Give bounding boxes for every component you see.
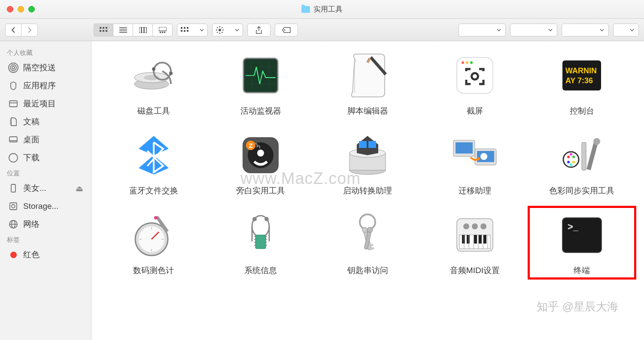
svg-text:>_: >_ xyxy=(568,221,579,232)
dropdown-1[interactable] xyxy=(459,24,506,36)
action-button[interactable] xyxy=(212,24,243,36)
sidebar-item-globe[interactable]: 网络 xyxy=(0,215,91,233)
app-activity[interactable]: 活动监视器 xyxy=(211,50,310,117)
sidebar-item-label: 文稿 xyxy=(23,116,39,127)
svg-rect-1 xyxy=(103,27,104,29)
svg-point-42 xyxy=(12,205,15,208)
svg-point-50 xyxy=(152,67,155,71)
app-script[interactable]: 脚本编辑器 xyxy=(319,50,417,117)
svg-point-112 xyxy=(252,217,257,221)
svg-point-22 xyxy=(219,29,221,31)
nav-buttons xyxy=(5,24,38,36)
list-view-button[interactable] xyxy=(113,24,133,36)
app-grid: 磁盘工具活动监视器脚本编辑器截屏WARNINAY 7:36控制台蓝牙文件交换Z旁… xyxy=(91,41,644,340)
svg-rect-118 xyxy=(371,247,374,250)
svg-rect-103 xyxy=(255,235,266,249)
svg-point-99 xyxy=(154,216,158,220)
zoom-button[interactable] xyxy=(28,6,35,12)
back-button[interactable] xyxy=(5,24,21,36)
recent-icon xyxy=(8,98,19,109)
svg-rect-15 xyxy=(164,32,165,33)
voiceover-icon: Z xyxy=(235,129,286,181)
svg-rect-5 xyxy=(106,30,107,32)
svg-rect-9 xyxy=(139,27,141,33)
svg-rect-0 xyxy=(100,27,101,29)
app-bootcamp[interactable]: 启动转换助理 xyxy=(319,129,417,196)
window-title: 实用工具 xyxy=(301,4,343,14)
close-button[interactable] xyxy=(7,6,13,12)
svg-point-86 xyxy=(567,161,570,163)
app-keychain[interactable]: 钥匙串访问 xyxy=(319,209,417,276)
svg-point-84 xyxy=(567,156,570,158)
svg-point-92 xyxy=(593,138,600,145)
svg-rect-123 xyxy=(462,235,465,244)
svg-point-51 xyxy=(169,72,173,75)
keychain-icon xyxy=(342,209,393,261)
app-midi[interactable]: 音频MIDI设置 xyxy=(425,209,524,276)
svg-point-60 xyxy=(462,61,464,64)
svg-rect-12 xyxy=(159,27,167,31)
svg-rect-37 xyxy=(9,137,17,142)
eject-icon[interactable]: ⏏ xyxy=(76,184,83,193)
gallery-view-button[interactable] xyxy=(153,24,173,36)
svg-rect-14 xyxy=(162,32,163,33)
sidebar-item-download[interactable]: 下载 xyxy=(0,149,91,167)
icon-view-button[interactable] xyxy=(94,24,113,36)
svg-point-61 xyxy=(466,61,468,64)
sidebar-item-tag-red[interactable]: 红色 xyxy=(0,246,91,264)
svg-text:AY 7:36: AY 7:36 xyxy=(565,76,593,85)
dropdown-3[interactable] xyxy=(562,24,609,36)
app-voiceover[interactable]: Z旁白实用工具 xyxy=(211,129,310,196)
column-view-button[interactable] xyxy=(133,24,153,36)
sidebar-item-label: 桌面 xyxy=(23,134,39,145)
app-screenshot[interactable]: 截屏 xyxy=(425,50,524,117)
arrange-button[interactable] xyxy=(177,24,208,36)
sidebar-item-label: 下载 xyxy=(23,152,39,163)
app-terminal[interactable]: >_终端 xyxy=(533,209,631,276)
minimize-button[interactable] xyxy=(18,6,24,12)
disk-utility-icon xyxy=(128,50,179,101)
svg-rect-41 xyxy=(10,203,17,210)
dropdown-2[interactable] xyxy=(510,24,557,36)
svg-rect-125 xyxy=(474,235,477,244)
app-sysinfo[interactable]: 系统信息 xyxy=(211,209,310,276)
sidebar-header: 标签 xyxy=(0,233,91,246)
sidebar-item-phone[interactable]: 美女...⏏ xyxy=(0,179,91,197)
app-label: 控制台 xyxy=(570,105,594,117)
app-label: 钥匙串访问 xyxy=(347,265,388,276)
sidebar-item-docs[interactable]: 文稿 xyxy=(0,113,91,131)
forward-button[interactable] xyxy=(21,24,38,36)
bootcamp-icon xyxy=(342,129,393,181)
app-disk-utility[interactable]: 磁盘工具 xyxy=(104,50,203,117)
sidebar-item-airdrop[interactable]: 隔空投送 xyxy=(0,59,91,77)
svg-rect-16 xyxy=(181,27,182,29)
sidebar-item-label: 红色 xyxy=(23,249,39,260)
view-buttons xyxy=(94,24,173,36)
svg-point-135 xyxy=(472,223,478,229)
sidebar-item-desktop[interactable]: 桌面 xyxy=(0,131,91,149)
app-colormeter[interactable]: 数码测色计 xyxy=(104,209,203,276)
svg-rect-124 xyxy=(467,235,470,244)
app-label: 活动监视器 xyxy=(240,105,281,117)
sidebar-item-disk[interactable]: Storage... xyxy=(0,197,91,215)
sysinfo-icon xyxy=(235,209,286,261)
app-colorsync[interactable]: 色彩同步实用工具 xyxy=(533,129,631,196)
svg-text:WARNIN: WARNIN xyxy=(565,66,597,75)
svg-rect-21 xyxy=(187,30,188,32)
svg-rect-2 xyxy=(106,27,107,29)
sidebar-item-apps[interactable]: 应用程序 xyxy=(0,77,91,95)
phone-icon xyxy=(8,183,19,194)
activity-icon xyxy=(235,50,286,101)
dropdown-4[interactable] xyxy=(613,24,639,36)
bluetooth-icon xyxy=(128,129,179,181)
svg-point-31 xyxy=(284,29,286,30)
svg-point-62 xyxy=(470,61,473,64)
tag-button[interactable] xyxy=(275,24,298,36)
sidebar-item-recent[interactable]: 最近项目 xyxy=(0,95,91,113)
app-console[interactable]: WARNINAY 7:36控制台 xyxy=(533,50,631,117)
svg-rect-79 xyxy=(456,142,473,153)
share-button[interactable] xyxy=(247,24,270,36)
app-bluetooth[interactable]: 蓝牙文件交换 xyxy=(104,129,203,196)
toolbar xyxy=(0,19,644,41)
app-migration[interactable]: 迁移助理 xyxy=(425,129,524,196)
